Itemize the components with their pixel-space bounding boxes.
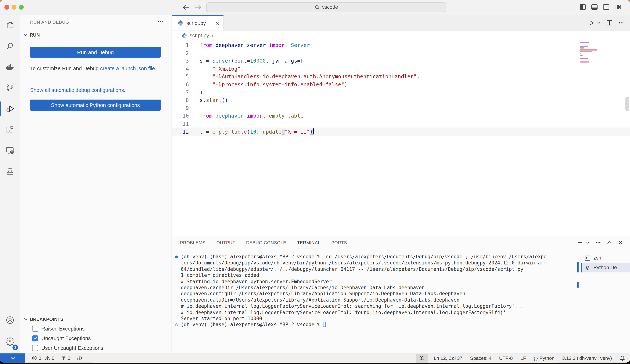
activity-docker[interactable] xyxy=(0,57,20,78)
tab-script-py[interactable]: script.py xyxy=(172,15,224,30)
close-window-button[interactable] xyxy=(4,5,9,9)
activity-settings[interactable]: 1 xyxy=(0,331,20,352)
search-icon xyxy=(5,41,15,51)
minimap-line xyxy=(580,49,598,50)
checkbox-unchecked[interactable] xyxy=(32,345,38,351)
checkbox-checked[interactable] xyxy=(32,335,38,341)
line-number: 8 xyxy=(172,96,189,104)
status-bar: >< 0 0 0 xyxy=(0,353,630,363)
terminal-line: (dh-venv) (base) alexpeters@Alexs-MBP-2 … xyxy=(175,254,577,260)
terminal-tab-python-de-[interactable]: Python De… xyxy=(581,263,630,272)
minimap[interactable] xyxy=(580,42,609,63)
eol-status[interactable]: LF xyxy=(520,355,526,361)
run-section-header[interactable]: RUN xyxy=(23,32,40,37)
testing-icon xyxy=(5,167,15,176)
code-line: 3s = Server(port=10000, jvm_args=[ xyxy=(172,57,630,65)
line-number: 4 xyxy=(172,65,189,73)
close-panel-icon[interactable] xyxy=(618,239,624,245)
breadcrumb-file[interactable]: script.py xyxy=(190,32,209,39)
panel-tab-terminal[interactable]: TERMINAL xyxy=(297,240,320,248)
run-and-debug-sidebar: RUN AND DEBUG RUN Run and Debug To custo… xyxy=(20,15,172,353)
activity-explorer[interactable] xyxy=(0,15,20,36)
toggle-primary-sidebar-icon[interactable] xyxy=(579,4,586,10)
tab-label: script.py xyxy=(186,20,206,26)
zoom-indicator[interactable] xyxy=(416,354,428,362)
toggle-secondary-sidebar-icon[interactable] xyxy=(603,4,610,10)
code-editor[interactable]: 1from deephaven_server import Server23s … xyxy=(172,41,630,236)
terminal-line: # io.deephaven.internal.log.LoggerFactor… xyxy=(175,303,577,310)
show-all-configs-link[interactable]: Show all automatic debug configurations xyxy=(30,87,124,93)
command-decoration xyxy=(175,323,178,326)
minimap-line xyxy=(580,60,609,61)
breakpoint-row: User Uncaught Exceptions xyxy=(20,343,172,353)
activity-source-control[interactable] xyxy=(0,77,20,98)
python-file-icon xyxy=(182,33,187,38)
terminal-output[interactable]: (dh-venv) (base) alexpeters@Alexs-MBP-2 … xyxy=(175,254,577,352)
line-number: 9 xyxy=(172,104,189,112)
editor-actions xyxy=(588,15,624,30)
split-editor-icon[interactable] xyxy=(606,19,613,26)
customize-hint: To customize Run and Debug create a laun… xyxy=(30,65,158,72)
zoom-window-button[interactable] xyxy=(19,5,24,9)
toggle-panel-icon[interactable] xyxy=(591,4,598,10)
command-decoration xyxy=(175,256,178,258)
encoding-status[interactable]: UTF-8 xyxy=(499,355,513,361)
chevron-down-icon xyxy=(23,317,28,322)
customize-layout-icon[interactable] xyxy=(614,4,621,10)
panel-tab-problems[interactable]: PROBLEMS xyxy=(180,240,206,248)
ports-status[interactable]: 0 xyxy=(61,355,70,361)
activity-accounts[interactable] xyxy=(0,310,20,331)
debug-status-icon[interactable] xyxy=(77,355,83,361)
run-and-debug-button[interactable]: Run and Debug xyxy=(30,47,160,58)
remote-explorer-icon xyxy=(5,146,15,155)
line-number: 7 xyxy=(172,88,189,96)
breadcrumb-symbol[interactable]: … xyxy=(216,32,221,39)
language-mode[interactable]: { } Python xyxy=(534,355,554,361)
line-number: 10 xyxy=(172,112,189,120)
command-center-search[interactable]: vscode xyxy=(206,2,446,12)
layout-controls xyxy=(579,4,621,10)
problems-status[interactable]: 0 0 xyxy=(32,355,54,361)
line-number: 12 xyxy=(172,128,189,136)
close-tab-icon[interactable] xyxy=(214,20,220,26)
panel-more-actions-icon[interactable] xyxy=(595,239,601,245)
maximize-panel-icon[interactable] xyxy=(606,239,612,245)
editor-scrollbar-thumb[interactable] xyxy=(625,97,629,111)
remote-indicator[interactable]: >< xyxy=(0,353,25,363)
bell-icon xyxy=(620,355,625,361)
indentation-status[interactable]: Spaces: 4 xyxy=(470,355,492,361)
code-line: 2 xyxy=(172,49,630,57)
panel-tab-debug-console[interactable]: DEBUG CONSOLE xyxy=(246,240,286,248)
activity-extensions[interactable] xyxy=(0,119,20,140)
python-interpreter[interactable]: 3.12.3 ('dh-venv': venv) xyxy=(562,355,612,361)
minimize-window-button[interactable] xyxy=(12,5,16,9)
terminal-tab-zsh[interactable]: zsh xyxy=(581,253,630,263)
run-python-file-icon[interactable] xyxy=(588,19,595,26)
code-line: 6 "-Dprocess.info.system-info.enabled=fa… xyxy=(172,81,630,88)
bug-icon xyxy=(584,265,590,271)
breakpoint-row: Uncaught Exceptions xyxy=(20,334,172,343)
show-python-configs-button[interactable]: Show automatic Python configurations xyxy=(30,100,160,111)
new-terminal-icon[interactable] xyxy=(577,239,583,245)
create-launch-json-link[interactable]: create a launch.json file xyxy=(100,65,155,71)
views-more-actions-icon[interactable] xyxy=(157,18,164,25)
run-dropdown-icon[interactable] xyxy=(597,20,601,25)
navigate-forward-icon[interactable] xyxy=(194,3,202,11)
screen: vscode 1 xyxy=(0,0,630,364)
terminal-dropdown-icon[interactable] xyxy=(585,240,590,245)
breadcrumb[interactable]: script.py › … xyxy=(172,30,630,41)
activity-search[interactable] xyxy=(0,36,20,57)
activity-testing[interactable] xyxy=(0,161,20,182)
cursor-position[interactable]: Ln 12, Col 37 xyxy=(434,355,462,361)
notifications-bell[interactable] xyxy=(620,355,625,361)
navigate-back-icon[interactable] xyxy=(182,3,190,11)
panel-tab-ports[interactable]: PORTS xyxy=(331,240,347,248)
activity-run-and-debug[interactable] xyxy=(0,98,20,119)
editor-more-actions-icon[interactable] xyxy=(618,19,624,26)
extensions-icon xyxy=(5,125,15,134)
activity-remote-explorer[interactable] xyxy=(0,140,20,161)
panel-tab-output[interactable]: OUTPUT xyxy=(216,240,235,248)
checkbox-unchecked[interactable] xyxy=(32,326,38,332)
breakpoints-section-header[interactable]: BREAKPOINTS xyxy=(23,317,64,322)
editor-cursor xyxy=(313,128,314,134)
